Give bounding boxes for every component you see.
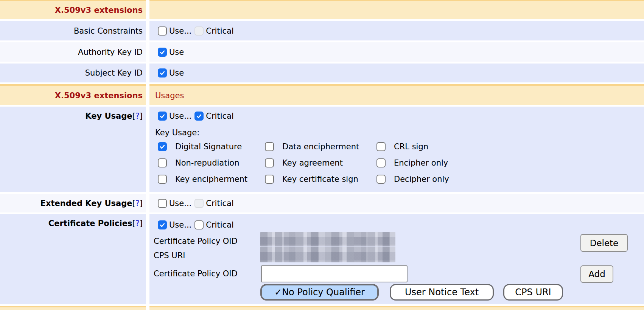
- authority-key-id-use-checkbox[interactable]: [158, 48, 167, 57]
- new-certificate-policy-oid-label: Certificate Policy OID: [154, 269, 238, 278]
- key-usage-options-grid: Digital Signature Data encipherment CRL …: [158, 142, 644, 184]
- check-icon: [159, 222, 166, 228]
- check-icon: [159, 70, 166, 76]
- key-usage-option-checkbox[interactable]: [158, 175, 167, 184]
- authority-key-id-label: Authority Key ID: [78, 48, 143, 57]
- use-label: Use: [169, 68, 184, 78]
- certificate-policies-use-checkbox[interactable]: [158, 220, 167, 229]
- key-usage-option-checkbox[interactable]: [376, 158, 386, 167]
- row-authority-key-id: Authority Key ID Use: [0, 42, 644, 62]
- delete-button[interactable]: Delete: [580, 234, 628, 252]
- check-icon: [159, 113, 166, 119]
- add-button[interactable]: Add: [580, 265, 613, 283]
- question-mark-icon: ?: [135, 219, 140, 228]
- key-usage-group-label: Key Usage:: [155, 129, 644, 137]
- use-label: Use...: [169, 199, 191, 208]
- key-usage-option-label: Key encipherment: [175, 175, 257, 184]
- critical-label: Critical: [206, 26, 233, 36]
- key-usage-option-label: Encipher only: [394, 158, 644, 167]
- certificate-policies-label: Certificate Policies: [48, 219, 132, 228]
- row-key-usage: Key Usage[?] Use... Critical Key Usage: …: [0, 107, 644, 192]
- row-basic-constraints: Basic Constraints Use... Critical: [0, 21, 644, 40]
- key-usage-option-label: CRL sign: [394, 142, 644, 151]
- key-usage-help-link[interactable]: [?]: [132, 112, 143, 121]
- key-usage-option-label: Decipher only: [394, 175, 644, 184]
- check-icon: [196, 113, 202, 119]
- user-notice-text-button[interactable]: User Notice Text: [390, 284, 494, 301]
- question-mark-icon: ?: [135, 112, 140, 121]
- section-header-usages: X.509v3 extensions Usages: [0, 84, 644, 105]
- key-usage-option-label: Key certificate sign: [282, 175, 368, 184]
- check-icon: [159, 143, 166, 150]
- section-title: X.509v3 extensions: [55, 91, 143, 100]
- critical-label: Critical: [206, 220, 233, 229]
- certificate-policies-critical-checkbox[interactable]: [194, 220, 204, 229]
- key-usage-option-checkbox[interactable]: [265, 158, 274, 167]
- key-usage-option-label: Digital Signature: [175, 142, 257, 151]
- usages-subtitle: Usages: [155, 91, 184, 100]
- key-usage-option-label: Data encipherment: [282, 142, 368, 151]
- use-label: Use...: [169, 26, 191, 36]
- extended-key-usage-help-link[interactable]: [?]: [132, 199, 143, 208]
- basic-constraints-label: Basic Constraints: [74, 26, 143, 36]
- subject-key-id-use-checkbox[interactable]: [158, 68, 167, 78]
- critical-label: Critical: [206, 112, 233, 121]
- row-certificate-policies: Certificate Policies[?] Use... Critical …: [0, 214, 644, 304]
- certificate-policy-oid-label: Certificate Policy OID: [154, 237, 238, 246]
- redacted-cps-uri-value: [260, 247, 395, 262]
- key-usage-option-label: Non-repudiation: [175, 158, 257, 167]
- use-label: Use...: [169, 112, 191, 121]
- certificate-policies-help-link[interactable]: [?]: [132, 219, 143, 228]
- row-extended-key-usage: Extended Key Usage[?] Use... Critical: [0, 194, 644, 212]
- key-usage-option-checkbox[interactable]: [376, 175, 386, 184]
- key-usage-label: Key Usage: [85, 112, 132, 121]
- subject-key-id-label: Subject Key ID: [85, 68, 143, 78]
- cps-uri-label: CPS URI: [154, 251, 185, 260]
- question-mark-icon: ?: [135, 199, 140, 208]
- use-label: Use: [169, 48, 184, 57]
- basic-constraints-critical-checkbox[interactable]: [194, 26, 204, 36]
- key-usage-option-checkbox[interactable]: [158, 158, 167, 167]
- extended-key-usage-label: Extended Key Usage: [40, 199, 132, 208]
- section-header-extensions: X.509v3 extensions: [0, 0, 644, 19]
- key-usage-option-checkbox[interactable]: [265, 175, 274, 184]
- certificate-policy-oid-input[interactable]: [261, 265, 408, 282]
- key-usage-critical-checkbox[interactable]: [194, 112, 204, 121]
- extended-key-usage-use-checkbox[interactable]: [158, 199, 167, 208]
- key-usage-option-checkbox[interactable]: [265, 142, 274, 151]
- key-usage-option-label: Key agreement: [282, 158, 368, 167]
- key-usage-use-checkbox[interactable]: [158, 112, 167, 121]
- use-label: Use...: [169, 220, 191, 229]
- basic-constraints-use-checkbox[interactable]: [158, 26, 167, 36]
- no-policy-qualifier-button[interactable]: ✓No Policy Qualifier: [260, 284, 379, 301]
- section-header-next: [0, 306, 644, 310]
- extended-key-usage-critical-checkbox[interactable]: [194, 199, 204, 208]
- section-title: X.509v3 extensions: [55, 6, 143, 15]
- cps-uri-button[interactable]: CPS URI: [503, 284, 563, 301]
- redacted-certificate-policy-oid-value: [260, 232, 395, 246]
- key-usage-option-checkbox[interactable]: [376, 142, 386, 151]
- key-usage-option-checkbox[interactable]: [158, 142, 167, 151]
- x509-extensions-form: X.509v3 extensions Basic Constraints Use…: [0, 0, 644, 310]
- row-subject-key-id: Subject Key ID Use: [0, 64, 644, 82]
- check-icon: [159, 49, 166, 56]
- critical-label: Critical: [206, 199, 233, 208]
